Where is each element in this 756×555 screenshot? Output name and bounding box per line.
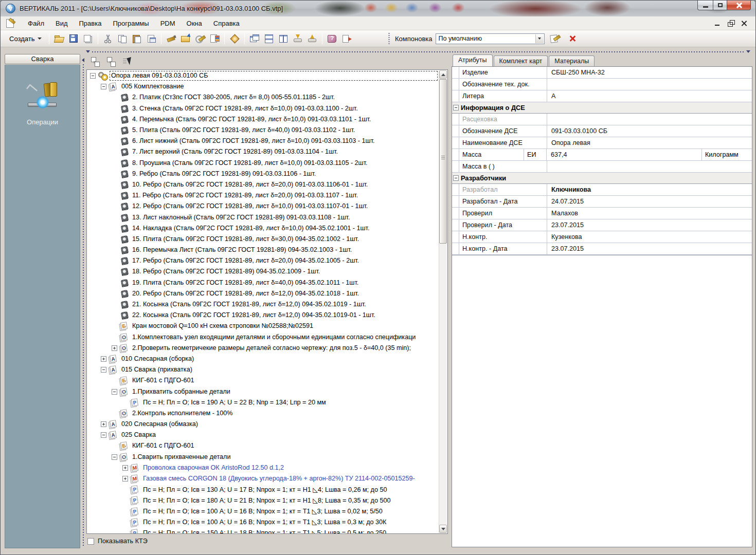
tree-row[interactable]: 12. Ребро (Сталь 09Г2С ГОСТ 19281-89, ли… — [87, 201, 439, 212]
tree-item-label[interactable]: 18. Ребро (Сталь 09Г2С ГОСТ 19281-89) 09… — [131, 267, 322, 276]
tree-item-label[interactable]: 020 Слесарная (обмазка) — [120, 420, 200, 429]
tree-row[interactable]: 18. Ребро (Сталь 09Г2С ГОСТ 19281-89) 09… — [87, 266, 439, 277]
collapse-icon[interactable] — [453, 175, 459, 181]
tree-scrollbar[interactable] — [439, 70, 447, 533]
sketch-button[interactable] — [193, 32, 207, 45]
collapse-icon[interactable] — [453, 105, 459, 110]
tree-item-label[interactable]: Пс = Н; Пл = О; Iсв = 190 А; U = 22 В; N… — [142, 398, 328, 407]
combobox-arrow-icon[interactable] — [535, 34, 544, 43]
tree-row[interactable]: БКИГ-601 с ПДГО-601 — [87, 440, 439, 451]
windows-tile-vertical-button[interactable] — [277, 32, 290, 45]
tree-item-label[interactable]: 17. Ребро (Сталь 09Г2С ГОСТ 19281-89, ли… — [131, 256, 361, 265]
tree-item-label[interactable]: Пс = Н; Пл = О; Iсв = 100 А; U = 16 В; N… — [142, 507, 385, 516]
collapse-icon[interactable] — [112, 454, 117, 460]
tree-row[interactable]: A015 Сварка (прихватка) — [87, 364, 439, 375]
vertical-splitter[interactable] — [81, 54, 86, 548]
welding-icon[interactable] — [25, 82, 61, 112]
tree-item-label[interactable]: 19. Плита (Сталь 09Г2С ГОСТ 19281-89, ли… — [131, 279, 361, 287]
tree-row[interactable]: РПс = Н; Пл = О; Iсв = 130 А; U = 17 В; … — [87, 484, 439, 495]
attribute-value[interactable]: А — [547, 90, 752, 102]
tree-item-label[interactable]: 3. Стенка (Сталь 09Г2С ГОСТ 19281-89, ли… — [131, 104, 360, 113]
tree-item-label[interactable]: 5. Плита (Сталь 09Г2С ГОСТ 19281-89, лис… — [131, 126, 357, 135]
open-button[interactable] — [52, 32, 66, 45]
collapse-icon[interactable] — [101, 432, 106, 438]
splitter-collapse-icon[interactable] — [86, 50, 90, 53]
tree-row[interactable]: 3. Стенка (Сталь 09Г2С ГОСТ 19281-89, ли… — [87, 103, 439, 114]
create-button[interactable]: Создать — [5, 33, 46, 45]
attribute-value[interactable]: Кузенкова — [547, 231, 752, 243]
attribute-value[interactable] — [547, 79, 752, 90]
tree-item-label[interactable]: 22. Косынка (Сталь 09Г2С ГОСТ 19281-89, … — [131, 311, 377, 320]
sidebar-item-operations[interactable]: Операции — [5, 118, 80, 126]
tree-row[interactable]: Опора левая 091-03.03.0100 СБ — [87, 70, 439, 81]
tree-item-label[interactable]: 2.Проверить геометричекие размеры детале… — [131, 344, 413, 353]
tree-row[interactable]: A005 Комплектование — [87, 81, 439, 92]
tree-row[interactable]: О1.Комплектовать узел входящими деталями… — [87, 332, 439, 343]
tree-row[interactable]: 10. Ребро (Сталь 09Г2С ГОСТ 19281-89, ли… — [87, 179, 439, 190]
tree-item-label[interactable]: 9. Ребро (Сталь 09Г2С ГОСТ 19281-89) 091… — [131, 170, 318, 178]
attribute-value[interactable] — [547, 114, 752, 125]
tree-row[interactable]: 2. Платик (Ст3пс ГОСТ 380-2005, лист δ= … — [87, 92, 439, 103]
expand-icon[interactable] — [122, 476, 128, 482]
tree-item-label[interactable]: КИГ-601 с ПДГО-601 — [131, 441, 196, 450]
mdi-minimize-button[interactable] — [713, 20, 722, 27]
tree-row[interactable]: БКИГ-601 с ПДГО-601 — [87, 375, 439, 386]
tree-item-label[interactable]: 10. Ребро (Сталь 09Г2С ГОСТ 19281-89, ли… — [131, 180, 370, 189]
tree-row[interactable]: О2.Контроль исполнителем - 100% — [87, 408, 439, 419]
attribute-value[interactable]: 24.07.2015 — [547, 196, 752, 207]
tree-row[interactable]: A025 Сварка — [87, 430, 439, 440]
attribute-value[interactable]: Опора левая — [547, 137, 752, 149]
tree-item-label[interactable]: 21. Косынка (Сталь 09Г2С ГОСТ 19281-89, … — [131, 300, 368, 309]
copy-button[interactable] — [116, 32, 129, 45]
tree-item-label[interactable]: 13. Лист наклонный (Сталь 09Г2С ГОСТ 192… — [131, 213, 352, 222]
layout-edit-button[interactable] — [548, 32, 562, 45]
layout-combobox[interactable]: По умолчанию — [436, 33, 545, 44]
export-button[interactable] — [305, 32, 319, 45]
scroll-up-button[interactable] — [439, 70, 447, 79]
copies-button[interactable] — [81, 32, 95, 45]
tree-item-label[interactable]: Проволока сварочная ОК AristoRod 12.50 d… — [142, 464, 286, 472]
collapse-icon[interactable] — [101, 84, 106, 89]
layout-delete-button[interactable] — [566, 32, 579, 45]
scroll-down-button[interactable] — [439, 525, 447, 533]
expand-icon[interactable] — [101, 356, 106, 362]
tree-row[interactable]: О1.Прихватить собранные детали — [87, 386, 439, 397]
splitter-collapse-icon[interactable] — [746, 50, 750, 53]
tree-item-label[interactable]: КИГ-601 с ПДГО-601 — [131, 376, 196, 385]
tree-item-label[interactable]: 12. Ребро (Сталь 09Г2С ГОСТ 19281-89, ли… — [131, 202, 370, 211]
tree-row[interactable]: РПс = Н; Пл = О; Iсв = 150 А; U = 18 В; … — [87, 528, 439, 533]
tree-row[interactable]: 17. Ребро (Сталь 09Г2С ГОСТ 19281-89, ли… — [87, 255, 439, 266]
tree-item-label[interactable]: 11. Ребро (Сталь 09Г2С ГОСТ 19281-89, ли… — [131, 191, 360, 200]
attribute-value[interactable]: Ключникова — [547, 184, 752, 195]
tree-row[interactable]: A020 Слесарная (обмазка) — [87, 419, 439, 430]
tree-item-label[interactable]: 1.Прихватить собранные детали — [131, 387, 232, 396]
sheet-add-button[interactable] — [208, 32, 221, 45]
tree-row[interactable]: 9. Ребро (Сталь 09Г2С ГОСТ 19281-89) 091… — [87, 169, 439, 179]
tree-row[interactable]: 16. Перемычка Лист (Сталь 09Г2С ГОСТ 192… — [87, 245, 439, 255]
tree-row[interactable]: 19. Плита (Сталь 09Г2С ГОСТ 19281-89, ли… — [87, 278, 439, 288]
tree-row[interactable]: МПроволока сварочная ОК AristoRod 12.50 … — [87, 462, 439, 473]
sidebar-tab-svarka[interactable]: Сварка — [5, 54, 80, 64]
help-button[interactable] — [326, 32, 339, 45]
tree-row[interactable]: 20. Ребро (Сталь 09Г2С ГОСТ 19281-89, ли… — [87, 288, 439, 299]
kompas-button[interactable] — [228, 32, 241, 45]
tree-item-label[interactable]: 15. Плита (Сталь 09Г2С ГОСТ 19281-89, ли… — [131, 235, 361, 244]
tree-item-label[interactable]: 20. Ребро (Сталь 09Г2С ГОСТ 19281-89, ли… — [131, 289, 361, 298]
tree-row[interactable]: РПс = Н; Пл = О; Iсв = 100 А; U = 16 В; … — [87, 517, 439, 528]
splitter-collapse-icon[interactable] — [82, 58, 84, 62]
tree-item-label[interactable]: 010 Слесарная (сборка) — [120, 355, 196, 363]
tree-item-label[interactable]: 1.Комплектовать узел входящими деталями … — [131, 333, 418, 342]
mdi-close-button[interactable] — [740, 20, 748, 27]
scroll-thumb[interactable] — [439, 79, 447, 244]
expand-icon[interactable] — [122, 465, 128, 471]
exit-button[interactable] — [340, 32, 353, 45]
paste-button[interactable] — [130, 32, 143, 45]
select-mode-icon[interactable] — [122, 57, 134, 67]
minimize-button[interactable] — [697, 1, 713, 10]
tree-row[interactable]: О1.Сварить прихваченные детали — [87, 452, 439, 462]
tree-item-label[interactable]: Пс = Н; Пл = О; Iсв = 130 А; U = 17 В; N… — [142, 485, 389, 494]
brush-button[interactable] — [165, 32, 178, 45]
tree-item-label[interactable]: 6. Лист нижний (Сталь 09Г2С ГОСТ 19281-8… — [131, 137, 377, 145]
tree-row[interactable]: РПс = Н; Пл = О; Iсв = 180 А; U = 21 В; … — [87, 495, 439, 506]
tree-item-label[interactable]: 015 Сварка (прихватка) — [120, 365, 194, 374]
